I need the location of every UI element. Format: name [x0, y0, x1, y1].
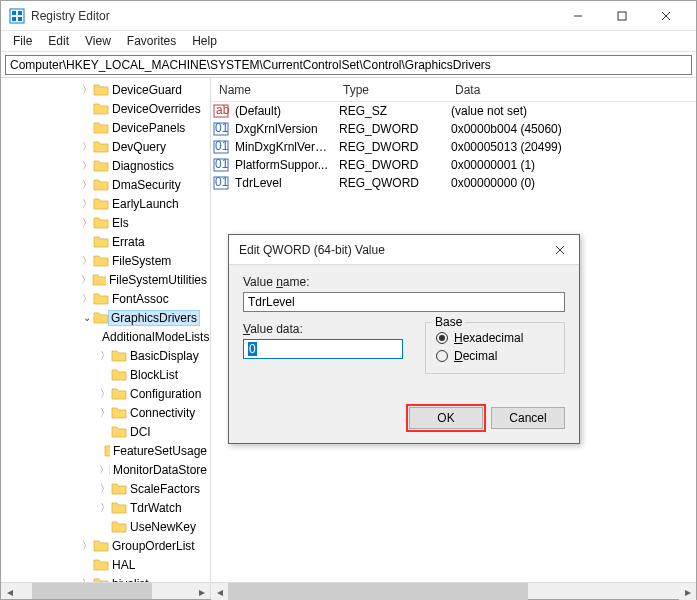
- scroll-track[interactable]: [228, 583, 679, 599]
- list-row[interactable]: ab(Default)REG_SZ(value not set): [211, 102, 696, 120]
- tree-item-label: MonitorDataStore: [110, 463, 210, 477]
- tree-item[interactable]: 〉DeviceGuard: [1, 80, 210, 99]
- svg-text:011: 011: [215, 175, 229, 189]
- tree-item[interactable]: HAL: [1, 555, 210, 574]
- expand-arrow-icon[interactable]: 〉: [81, 178, 93, 192]
- tree-item[interactable]: AdditionalModeLists: [1, 327, 210, 346]
- tree-item[interactable]: 〉Connectivity: [1, 403, 210, 422]
- menu-help[interactable]: Help: [184, 32, 225, 50]
- valuename-field[interactable]: TdrLevel: [243, 292, 565, 312]
- scroll-thumb[interactable]: [228, 583, 528, 600]
- tree-item[interactable]: 〉Diagnostics: [1, 156, 210, 175]
- expand-arrow-icon[interactable]: 〉: [99, 387, 111, 401]
- tree-item-label: UseNewKey: [127, 520, 199, 534]
- cancel-button[interactable]: Cancel: [491, 407, 565, 429]
- ok-button[interactable]: OK: [409, 407, 483, 429]
- scroll-right-button[interactable]: ▸: [193, 583, 210, 599]
- tree-item[interactable]: 〉Configuration: [1, 384, 210, 403]
- expand-arrow-icon[interactable]: 〉: [81, 216, 93, 230]
- menu-edit[interactable]: Edit: [40, 32, 77, 50]
- tree-item[interactable]: 〉MonitorDataStore: [1, 460, 210, 479]
- list-hscroll[interactable]: ◂ ▸: [211, 582, 696, 599]
- scroll-thumb[interactable]: [32, 583, 152, 599]
- tree-item[interactable]: 〉FontAssoc: [1, 289, 210, 308]
- tree-item[interactable]: ⌄GraphicsDrivers: [1, 308, 210, 327]
- registry-tree[interactable]: 〉DeviceGuardDeviceOverridesDevicePanels〉…: [1, 78, 210, 582]
- list-row[interactable]: 011TdrLevelREG_QWORD0x00000000 (0): [211, 174, 696, 192]
- menu-view[interactable]: View: [77, 32, 119, 50]
- list-row[interactable]: 011PlatformSuppor...REG_DWORD0x00000001 …: [211, 156, 696, 174]
- menu-file[interactable]: File: [5, 32, 40, 50]
- expand-arrow-icon[interactable]: 〉: [99, 406, 111, 420]
- tree-item[interactable]: FeatureSetUsage: [1, 441, 210, 460]
- expand-arrow-icon[interactable]: 〉: [81, 140, 93, 154]
- expand-arrow-icon[interactable]: 〉: [99, 349, 111, 363]
- tree-hscroll[interactable]: ◂ ▸: [1, 582, 210, 599]
- column-type[interactable]: Type: [335, 83, 447, 97]
- tree-item[interactable]: 〉Els: [1, 213, 210, 232]
- scroll-right-button[interactable]: ▸: [679, 583, 696, 600]
- scroll-track[interactable]: [18, 583, 193, 599]
- valuedata-input[interactable]: 0: [243, 339, 403, 359]
- tree-item[interactable]: 〉ScaleFactors: [1, 479, 210, 498]
- expand-arrow-icon[interactable]: 〉: [99, 482, 111, 496]
- column-name[interactable]: Name: [211, 83, 335, 97]
- tree-item[interactable]: 〉DevQuery: [1, 137, 210, 156]
- tree-panel: 〉DeviceGuardDeviceOverridesDevicePanels〉…: [1, 78, 211, 599]
- tree-item[interactable]: DCI: [1, 422, 210, 441]
- cell-name: TdrLevel: [231, 176, 335, 190]
- cell-data: 0x00005013 (20499): [447, 140, 696, 154]
- expand-arrow-icon[interactable]: 〉: [99, 501, 111, 515]
- folder-icon: [93, 310, 109, 326]
- scroll-left-button[interactable]: ◂: [211, 583, 228, 600]
- numeric-value-icon: 011: [213, 157, 229, 173]
- tree-item[interactable]: 〉TdrWatch: [1, 498, 210, 517]
- tree-item[interactable]: 〉DmaSecurity: [1, 175, 210, 194]
- expand-arrow-icon[interactable]: 〉: [81, 159, 93, 173]
- tree-item[interactable]: DeviceOverrides: [1, 99, 210, 118]
- tree-item-label: GraphicsDrivers: [108, 310, 200, 326]
- tree-item[interactable]: DevicePanels: [1, 118, 210, 137]
- radio-hexadecimal[interactable]: Hexadecimal: [436, 329, 554, 347]
- cell-data: 0x0000b004 (45060): [447, 122, 696, 136]
- list-row[interactable]: 011MinDxgKrnlVersi...REG_DWORD0x00005013…: [211, 138, 696, 156]
- expand-arrow-icon[interactable]: ⌄: [81, 312, 93, 323]
- tree-item-label: DCI: [127, 425, 154, 439]
- tree-item[interactable]: 〉hivelist: [1, 574, 210, 582]
- list-row[interactable]: 011DxgKrnlVersionREG_DWORD0x0000b004 (45…: [211, 120, 696, 138]
- menu-favorites[interactable]: Favorites: [119, 32, 184, 50]
- tree-item-label: DevicePanels: [109, 121, 188, 135]
- scroll-left-button[interactable]: ◂: [1, 583, 18, 599]
- close-button[interactable]: [644, 1, 688, 30]
- tree-item[interactable]: 〉FileSystem: [1, 251, 210, 270]
- tree-item[interactable]: 〉EarlyLaunch: [1, 194, 210, 213]
- minimize-button[interactable]: [556, 1, 600, 30]
- folder-icon: [93, 234, 109, 250]
- folder-icon: [111, 424, 127, 440]
- tree-item[interactable]: Errata: [1, 232, 210, 251]
- tree-item[interactable]: 〉GroupOrderList: [1, 536, 210, 555]
- tree-item[interactable]: 〉BasicDisplay: [1, 346, 210, 365]
- addressbar: Computer\HKEY_LOCAL_MACHINE\SYSTEM\Curre…: [1, 52, 696, 78]
- tree-item[interactable]: UseNewKey: [1, 517, 210, 536]
- folder-icon: [93, 196, 109, 212]
- tree-item[interactable]: 〉FileSystemUtilities: [1, 270, 210, 289]
- expand-arrow-icon[interactable]: 〉: [81, 83, 93, 97]
- window-title: Registry Editor: [31, 9, 556, 23]
- folder-icon: [93, 101, 109, 117]
- expand-arrow-icon[interactable]: 〉: [81, 273, 92, 287]
- radio-decimal[interactable]: Decimal: [436, 347, 554, 365]
- valuename-label: Value name:: [243, 275, 565, 289]
- column-data[interactable]: Data: [447, 83, 696, 97]
- dialog-title: Edit QWORD (64-bit) Value: [239, 243, 541, 257]
- expand-arrow-icon[interactable]: 〉: [81, 254, 93, 268]
- expand-arrow-icon[interactable]: 〉: [99, 463, 109, 477]
- maximize-button[interactable]: [600, 1, 644, 30]
- expand-arrow-icon[interactable]: 〉: [81, 539, 93, 553]
- registry-editor-window: Registry Editor File Edit View Favorites…: [0, 0, 697, 600]
- expand-arrow-icon[interactable]: 〉: [81, 197, 93, 211]
- address-input[interactable]: Computer\HKEY_LOCAL_MACHINE\SYSTEM\Curre…: [5, 55, 692, 75]
- dialog-close-button[interactable]: [541, 235, 579, 264]
- expand-arrow-icon[interactable]: 〉: [81, 292, 93, 306]
- tree-item[interactable]: BlockList: [1, 365, 210, 384]
